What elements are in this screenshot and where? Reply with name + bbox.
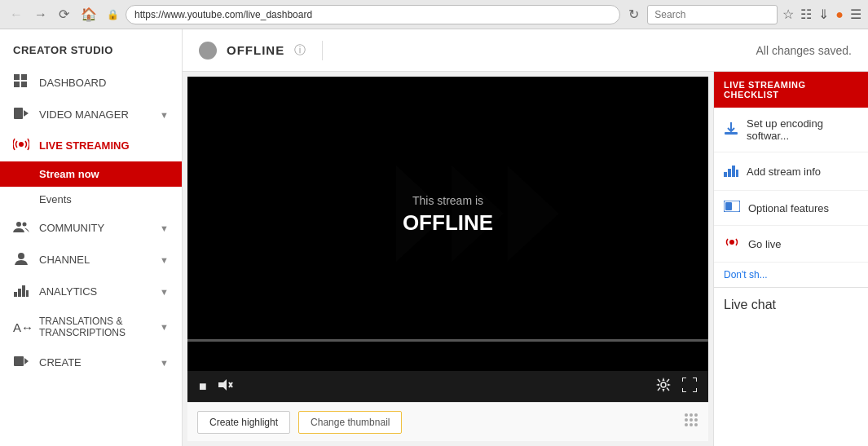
sidebar-label-community: COMMUNITY — [39, 222, 150, 234]
right-panel: LIVE STREAMING CHECKLIST Set up encoding… — [713, 72, 868, 446]
svg-rect-33 — [724, 172, 727, 177]
video-player: This stream is OFFLINE — [187, 77, 708, 371]
svg-point-30 — [690, 423, 693, 426]
sidebar-item-create[interactable]: CREATE ▼ — [0, 347, 182, 378]
create-highlight-button[interactable]: Create highlight — [197, 411, 290, 434]
forward-button[interactable]: → — [31, 7, 51, 22]
svg-rect-1 — [21, 74, 27, 80]
sidebar-item-analytics[interactable]: ANALYTICS ▼ — [0, 276, 182, 307]
chevron-down-icon-channel: ▼ — [160, 255, 169, 265]
svg-rect-36 — [736, 170, 738, 177]
svg-rect-4 — [14, 108, 23, 119]
chevron-down-icon-translations: ▼ — [160, 322, 169, 332]
sidebar-item-video-manager[interactable]: VIDEO MANAGER ▼ — [0, 99, 182, 130]
dashboard-icon — [13, 74, 29, 91]
live-chat-header: Live chat — [714, 287, 868, 319]
divider — [322, 41, 323, 60]
svg-rect-3 — [21, 82, 27, 87]
svg-point-7 — [16, 222, 21, 227]
sidebar-label-video-manager: VIDEO MANAGER — [39, 108, 150, 121]
sidebar-item-channel[interactable]: CHANNEL ▼ — [0, 244, 182, 276]
lock-icon: 🔒 — [107, 9, 119, 20]
reader-icon[interactable]: ☷ — [800, 7, 812, 22]
chevron-down-icon-community: ▼ — [160, 223, 169, 233]
change-thumbnail-button[interactable]: Change thumbnail — [298, 411, 402, 434]
chevron-down-icon-create: ▼ — [160, 358, 169, 368]
bookmark-icon[interactable]: ☆ — [782, 7, 794, 22]
reload-button[interactable]: ⟳ — [55, 7, 73, 22]
sidebar-label-translations: TRANSLATIONS & TRANSCRIPTIONS — [39, 316, 150, 338]
checklist-item-go-live[interactable]: Go live — [714, 226, 868, 263]
live-streaming-icon — [13, 138, 29, 153]
optional-icon — [724, 201, 740, 215]
chevron-down-icon-analytics: ▼ — [160, 287, 169, 297]
stream-text: This stream is — [412, 194, 483, 207]
menu-icon[interactable]: ☰ — [850, 7, 861, 22]
mute-button[interactable] — [217, 378, 235, 395]
channel-icon — [13, 252, 29, 267]
settings-button[interactable] — [654, 376, 672, 397]
checklist-item-stream-info[interactable]: Add stream info — [714, 152, 868, 191]
svg-rect-10 — [14, 292, 17, 297]
svg-rect-11 — [18, 289, 21, 297]
sidebar-subitem-events[interactable]: Events — [0, 187, 182, 212]
sidebar-item-live-streaming[interactable]: LIVE STREAMING — [0, 130, 182, 161]
svg-point-28 — [694, 418, 698, 422]
svg-marker-18 — [507, 166, 559, 262]
svg-rect-35 — [732, 166, 735, 177]
search-input[interactable] — [647, 5, 778, 24]
optional-label: Optional features — [748, 202, 829, 214]
community-icon — [13, 220, 29, 236]
svg-marker-19 — [218, 379, 227, 391]
go-live-label: Go live — [748, 238, 781, 250]
svg-point-26 — [685, 418, 688, 422]
svg-rect-14 — [14, 356, 24, 366]
sidebar-item-community[interactable]: COMMUNITY ▼ — [0, 212, 182, 244]
sidebar-label-channel: CHANNEL — [39, 254, 150, 266]
dont-show[interactable]: Don't sh... — [714, 263, 868, 287]
app-container: CREATOR STUDIO DASHBOARD VIDEO MANAGER ▼ — [0, 29, 868, 446]
firefox-icon: ● — [835, 7, 844, 22]
analytics-icon — [13, 284, 29, 299]
checklist-item-encoding[interactable]: Set up encoding softwar... — [714, 108, 868, 152]
stream-offline-message: This stream is OFFLINE — [403, 194, 493, 236]
progress-bar — [187, 339, 708, 342]
offline-label: OFFLINE — [227, 43, 284, 57]
fullscreen-button[interactable] — [681, 376, 698, 397]
home-button[interactable]: 🏠 — [77, 7, 100, 22]
saved-status: All changes saved. — [756, 44, 852, 57]
video-section: This stream is OFFLINE ■ — [183, 72, 713, 446]
svg-point-8 — [23, 223, 27, 227]
sidebar-item-translations[interactable]: A↔ TRANSLATIONS & TRANSCRIPTIONS ▼ — [0, 307, 182, 347]
offline-dot — [199, 42, 217, 60]
stream-info-icon — [724, 162, 738, 180]
top-bar: OFFLINE ⓘ All changes saved. — [183, 29, 868, 72]
checklist-item-optional[interactable]: Optional features — [714, 191, 868, 226]
address-bar[interactable] — [126, 5, 620, 24]
sidebar-subitem-stream-now[interactable]: Stream now — [0, 161, 182, 187]
svg-rect-13 — [26, 290, 29, 297]
grid-view-icon[interactable] — [684, 413, 698, 431]
back-button[interactable]: ← — [7, 7, 26, 22]
sidebar-item-dashboard[interactable]: DASHBOARD — [0, 66, 182, 99]
stop-button[interactable]: ■ — [197, 378, 209, 395]
svg-marker-5 — [24, 110, 29, 117]
svg-point-6 — [19, 142, 24, 147]
browser-chrome: ← → ⟳ 🏠 🔒 ↻ ☆ ☷ ⇓ ● ☰ — [0, 0, 868, 29]
download-icon — [724, 121, 738, 139]
download-icon[interactable]: ⇓ — [818, 7, 829, 22]
help-icon[interactable]: ⓘ — [294, 43, 306, 58]
checklist-header: LIVE STREAMING CHECKLIST — [714, 72, 868, 108]
sidebar-label-analytics: ANALYTICS — [39, 285, 150, 298]
stream-status: OFFLINE — [403, 210, 493, 236]
svg-marker-15 — [24, 358, 29, 364]
refresh-icon[interactable]: ↻ — [625, 7, 642, 22]
svg-rect-38 — [725, 202, 732, 210]
svg-point-29 — [685, 423, 688, 426]
svg-point-23 — [685, 413, 688, 417]
bottom-actions: Create highlight Change thumbnail — [187, 402, 708, 441]
svg-rect-0 — [14, 74, 20, 80]
video-manager-icon — [13, 108, 29, 121]
stream-now-label: Stream now — [39, 168, 99, 180]
svg-rect-2 — [14, 82, 20, 87]
